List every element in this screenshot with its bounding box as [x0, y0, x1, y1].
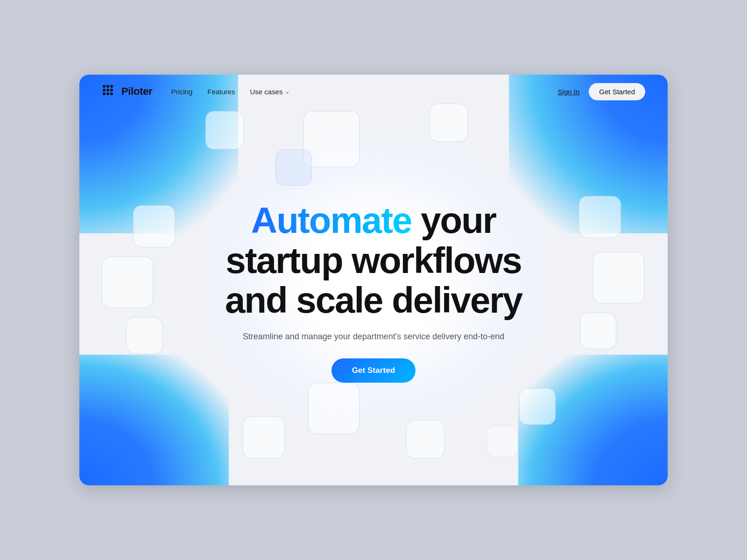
hero-subtitle: Streamline and manage your department's … — [243, 332, 505, 342]
hero-title-your: your — [411, 200, 496, 241]
hero-title-line3: and scale delivery — [225, 280, 522, 321]
main-window: Piloter Pricing Features Use cases ⌄ Sig… — [79, 75, 668, 485]
hero-title-automate: Automate — [251, 200, 412, 241]
hero-title: Automate your startup workflows and scal… — [225, 201, 522, 321]
hero-section: Automate your startup workflows and scal… — [79, 75, 668, 485]
hero-title-line2: startup workflows — [226, 240, 521, 281]
get-started-hero-button[interactable]: Get Started — [331, 358, 416, 383]
